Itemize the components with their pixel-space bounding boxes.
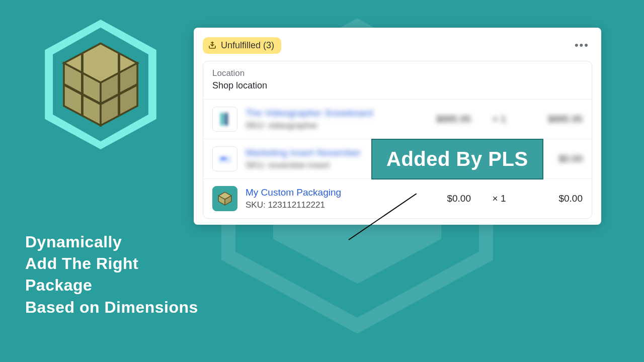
svg-rect-15: [218, 156, 231, 163]
svg-rect-14: [225, 113, 228, 126]
item-title[interactable]: My Custom Packaging: [246, 187, 408, 198]
item-sku: SKU: videographer: [246, 121, 408, 131]
more-menu-button[interactable]: •••: [572, 37, 592, 54]
callout-label: Added By PLS: [386, 148, 528, 170]
location-value: Shop location: [212, 80, 583, 91]
badge-label: Unfulfilled (3): [221, 40, 274, 51]
tagline-line: Add The Right: [25, 253, 198, 275]
item-total: $885.95: [527, 114, 583, 125]
item-qty: × 1: [479, 193, 519, 204]
item-sku: SKU: 123112112221: [246, 200, 408, 210]
logo-hex: [38, 14, 164, 157]
package-hex-icon: [38, 14, 164, 155]
item-qty: × 1: [479, 114, 519, 125]
item-price: $885.95: [416, 114, 471, 125]
line-item: The Videographer Snowboard SKU: videogra…: [203, 100, 592, 139]
callout-added-by-pls: Added By PLS: [371, 139, 543, 179]
item-main: My Custom Packaging SKU: 123112112221: [246, 187, 408, 210]
svg-rect-13: [221, 113, 224, 126]
item-total: $0.00: [527, 193, 583, 204]
location-block: Location Shop location: [203, 61, 592, 100]
tagline-line: Package: [25, 275, 198, 296]
unfulfilled-badge[interactable]: Unfulfilled (3): [203, 37, 281, 54]
unfulfilled-icon: [208, 41, 217, 50]
package-icon: [216, 190, 233, 207]
location-label: Location: [212, 68, 583, 78]
tagline-line: Based on Dimensions: [25, 297, 198, 318]
tagline: Dynamically Add The Right Package Based …: [25, 231, 198, 318]
card-header: Unfulfilled (3) •••: [203, 37, 592, 54]
item-thumb: [212, 107, 237, 132]
line-item: My Custom Packaging SKU: 123112112221 $0…: [203, 179, 592, 218]
item-title[interactable]: The Videographer Snowboard: [246, 108, 408, 119]
svg-rect-16: [221, 157, 226, 159]
item-price: $0.00: [416, 193, 471, 204]
item-main: The Videographer Snowboard SKU: videogra…: [246, 108, 408, 131]
tagline-line: Dynamically: [25, 231, 198, 253]
fulfillment-card: Unfulfilled (3) ••• Location Shop locati…: [194, 28, 601, 225]
item-thumb: [212, 146, 237, 171]
item-thumb: [212, 186, 237, 211]
